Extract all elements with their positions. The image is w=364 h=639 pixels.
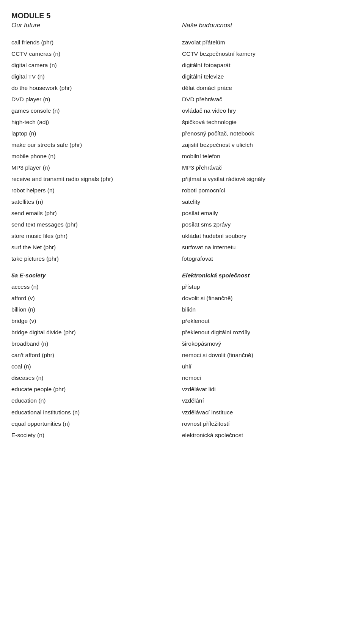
vocab-english: digital TV (n) (11, 71, 182, 82)
vocab-english: take pictures (phr) (11, 253, 182, 264)
list-item: high-tech (adj)špičková technologie (11, 116, 353, 128)
list-item: bridge (v)překlenout (11, 315, 353, 327)
list-item: mobile phone (n)mobilní telefon (11, 151, 353, 162)
vocab-czech: nemoci si dovolit (finančně) (182, 349, 353, 361)
vocab-english: surf the Net (phr) (11, 242, 182, 253)
list-item: access (n)přístup (11, 281, 353, 293)
vocab-czech: fotografovat (182, 253, 353, 264)
list-item: games console (n)ovládač na video hry (11, 105, 353, 116)
list-item: send emails (phr)posílat emaily (11, 208, 353, 219)
vocab-english: robot helpers (n) (11, 185, 182, 196)
vocab-english: games console (n) (11, 105, 182, 116)
vocab-czech: ukládat hudební soubory (182, 230, 353, 242)
list-item: make our streets safe (phr)zajistit bezp… (11, 139, 353, 151)
list-item: E-society (n)elektronická společnost (11, 430, 353, 441)
vocab-czech: digitální televize (182, 71, 353, 82)
vocab-english: educational institutions (n) (11, 407, 182, 418)
list-item: DVD player (n)DVD přehrávač (11, 94, 353, 105)
vocab-english: laptop (n) (11, 128, 182, 139)
vocab-english: make our streets safe (phr) (11, 139, 182, 151)
vocab-english: CCTV cameras (n) (11, 48, 182, 60)
vocab-english: do the housework (phr) (11, 82, 182, 94)
list-item: store music files (phr)ukládat hudební s… (11, 230, 353, 242)
vocab-english: broadband (n) (11, 338, 182, 349)
vocab-czech: posílat sms zprávy (182, 219, 353, 230)
section-heading-right: Elektronická společnost (182, 270, 353, 281)
vocab-czech: ovládač na video hry (182, 105, 353, 116)
vocab-czech: přístup (182, 281, 353, 293)
list-item: broadband (n)širokopásmový (11, 338, 353, 349)
vocab-czech: zajistit bezpečnost v ulicích (182, 139, 353, 151)
vocab-czech: špičková technologie (182, 116, 353, 128)
list-item: call friends (phr)zavolat přátelům (11, 37, 353, 48)
vocab-czech: přijímat a vysílat rádiové signály (182, 173, 353, 185)
vocab-english: receive and transmit radio signals (phr) (11, 173, 182, 185)
vocab-english: coal (n) (11, 361, 182, 372)
list-item: MP3 player (n)MP3 přehrávač (11, 162, 353, 173)
list-item: billion (n)bilión (11, 304, 353, 315)
list-item: can't afford (phr)nemoci si dovolit (fin… (11, 349, 353, 361)
vocab-czech: přenosný počítač, notebook (182, 128, 353, 139)
vocab-english: DVD player (n) (11, 94, 182, 105)
list-item: satellites (n)satelity (11, 196, 353, 208)
vocab-czech: elektronická společnost (182, 430, 353, 441)
section-heading-left: 5a E-society (11, 270, 182, 281)
vocab-english: equal opportunities (n) (11, 418, 182, 430)
vocab-english: mobile phone (n) (11, 151, 182, 162)
vocab-english: education (n) (11, 395, 182, 406)
list-item: digital TV (n)digitální televize (11, 71, 353, 82)
vocab-czech: vzdělávací instituce (182, 407, 353, 418)
vocab-english: send text messages (phr) (11, 219, 182, 230)
vocab-czech: CCTV bezpečnostní kamery (182, 48, 353, 60)
vocab-czech: širokopásmový (182, 338, 353, 349)
list-item: digital camera (n)digitální fotoaparát (11, 60, 353, 71)
vocab-english: access (n) (11, 281, 182, 293)
vocab-czech: DVD přehrávač (182, 94, 353, 105)
vocab-czech: překlenout digitální rozdíly (182, 327, 353, 338)
section-heading-row: 5a E-societyElektronická společnost (11, 270, 353, 281)
list-item: robot helpers (n)roboti pomocníci (11, 185, 353, 196)
vocab-english: send emails (phr) (11, 208, 182, 219)
vocab-czech: surfovat na internetu (182, 242, 353, 253)
module-title: MODULE 5 (11, 11, 353, 20)
vocab-english: bridge digital divide (phr) (11, 327, 182, 338)
vocab-english: MP3 player (n) (11, 162, 182, 173)
list-item: surf the Net (phr)surfovat na internetu (11, 242, 353, 253)
list-item: bridge digital divide (phr)překlenout di… (11, 327, 353, 338)
vocab-czech: překlenout (182, 315, 353, 327)
list-item: take pictures (phr)fotografovat (11, 253, 353, 264)
vocab-table: call friends (phr)zavolat přátelůmCCTV c… (11, 37, 353, 441)
list-item: CCTV cameras (n)CCTV bezpečnostní kamery (11, 48, 353, 60)
vocab-czech: dovolit si (finančně) (182, 293, 353, 304)
vocab-czech: rovnost příležitostí (182, 418, 353, 430)
vocab-english: can't afford (phr) (11, 349, 182, 361)
vocab-czech: dělat domácí práce (182, 82, 353, 94)
vocab-english: call friends (phr) (11, 37, 182, 48)
vocab-czech: MP3 přehrávač (182, 162, 353, 173)
vocab-czech: posílat emaily (182, 208, 353, 219)
vocab-czech: vzdělání (182, 395, 353, 406)
list-item: education (n)vzdělání (11, 395, 353, 406)
list-item: coal (n)uhlí (11, 361, 353, 372)
vocab-english: E-society (n) (11, 430, 182, 441)
list-item: educational institutions (n)vzdělávací i… (11, 407, 353, 418)
vocab-english: satellites (n) (11, 196, 182, 208)
vocab-czech: uhlí (182, 361, 353, 372)
right-heading: Naše budoucnost (182, 22, 353, 29)
vocab-english: high-tech (adj) (11, 116, 182, 128)
vocab-english: digital camera (n) (11, 60, 182, 71)
vocab-english: afford (v) (11, 293, 182, 304)
left-heading: Our future (11, 22, 182, 29)
vocab-english: store music files (phr) (11, 230, 182, 242)
list-item: educate people (phr)vzdělávat lidi (11, 384, 353, 395)
vocab-czech: zavolat přátelům (182, 37, 353, 48)
list-item: diseases (n)nemoci (11, 372, 353, 384)
vocab-english: bridge (v) (11, 315, 182, 327)
vocab-english: diseases (n) (11, 372, 182, 384)
list-item: send text messages (phr)posílat sms zprá… (11, 219, 353, 230)
vocab-czech: satelity (182, 196, 353, 208)
vocab-czech: roboti pomocníci (182, 185, 353, 196)
list-item: afford (v)dovolit si (finančně) (11, 293, 353, 304)
vocab-czech: nemoci (182, 372, 353, 384)
list-item: equal opportunities (n)rovnost příležito… (11, 418, 353, 430)
